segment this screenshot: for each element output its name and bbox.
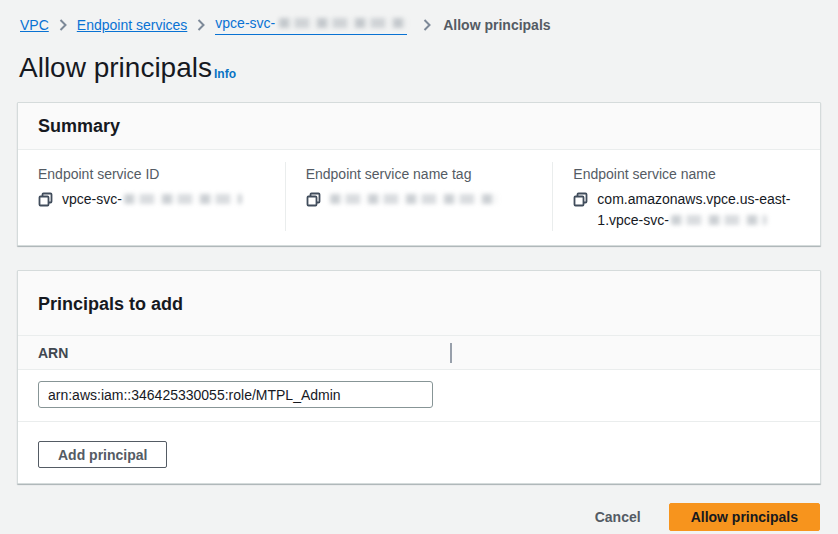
add-principal-row: Add principal (18, 421, 820, 483)
redacted-text (671, 215, 767, 225)
column-resize-handle[interactable] (450, 343, 452, 363)
arn-input-row (18, 370, 820, 421)
summary-field-endpoint-service-name-tag: Endpoint service name tag (285, 162, 553, 231)
principals-title: Principals to add (38, 294, 800, 315)
arn-input[interactable] (38, 381, 433, 408)
breadcrumb-item-label: vpce-svc- (215, 14, 275, 32)
redacted-text (279, 18, 407, 28)
chevron-right-icon (197, 19, 205, 31)
redacted-text (330, 194, 498, 204)
summary-card: Summary Endpoint service ID vpce-svc- En… (17, 102, 821, 246)
field-label: Endpoint service name tag (306, 164, 533, 184)
summary-field-endpoint-service-name: Endpoint service name com.amazonaws.vpce… (552, 162, 820, 231)
page-title: Allow principals (19, 52, 212, 84)
footer-actions: Cancel Allow principals (17, 503, 821, 531)
cancel-button[interactable]: Cancel (593, 505, 643, 529)
breadcrumb-item-vpc[interactable]: VPC (20, 16, 49, 34)
add-principal-button[interactable]: Add principal (38, 441, 167, 468)
copy-icon[interactable] (573, 192, 588, 207)
copy-icon[interactable] (38, 192, 53, 207)
principals-card-header: Principals to add (18, 271, 820, 336)
principals-to-add-card: Principals to add ARN Add principal (17, 270, 821, 484)
breadcrumb: VPC Endpoint services vpce-svc- Allow pr… (17, 0, 821, 35)
summary-field-endpoint-service-id: Endpoint service ID vpce-svc- (18, 162, 285, 231)
field-value: com.amazonaws.vpce.us-east-1.vpce-svc- (573, 189, 800, 231)
redacted-text (124, 194, 242, 204)
summary-title: Summary (38, 116, 800, 137)
arn-table-header: ARN (18, 336, 820, 370)
field-value-text (330, 189, 498, 210)
summary-body: Endpoint service ID vpce-svc- Endpoint s… (18, 150, 820, 245)
info-link[interactable]: Info (214, 67, 236, 81)
field-value: vpce-svc- (38, 189, 265, 210)
breadcrumb-item-endpoint-service-id[interactable]: vpce-svc- (215, 14, 407, 35)
field-value (306, 189, 533, 210)
breadcrumb-item-current: Allow principals (443, 16, 550, 34)
summary-card-header: Summary (18, 103, 820, 150)
page-header: Allow principals Info (17, 52, 821, 84)
allow-principals-button[interactable]: Allow principals (669, 503, 820, 531)
chevron-right-icon (59, 19, 67, 31)
page: VPC Endpoint services vpce-svc- Allow pr… (0, 0, 838, 531)
breadcrumb-item-endpoint-services[interactable]: Endpoint services (77, 16, 188, 34)
copy-icon[interactable] (306, 192, 321, 207)
field-value-text: com.amazonaws.vpce.us-east-1.vpce-svc- (597, 189, 800, 231)
field-label: Endpoint service ID (38, 164, 265, 184)
arn-column-header: ARN (38, 345, 68, 361)
field-label: Endpoint service name (573, 164, 800, 184)
field-value-text: vpce-svc- (62, 189, 242, 210)
chevron-right-icon (423, 19, 431, 31)
